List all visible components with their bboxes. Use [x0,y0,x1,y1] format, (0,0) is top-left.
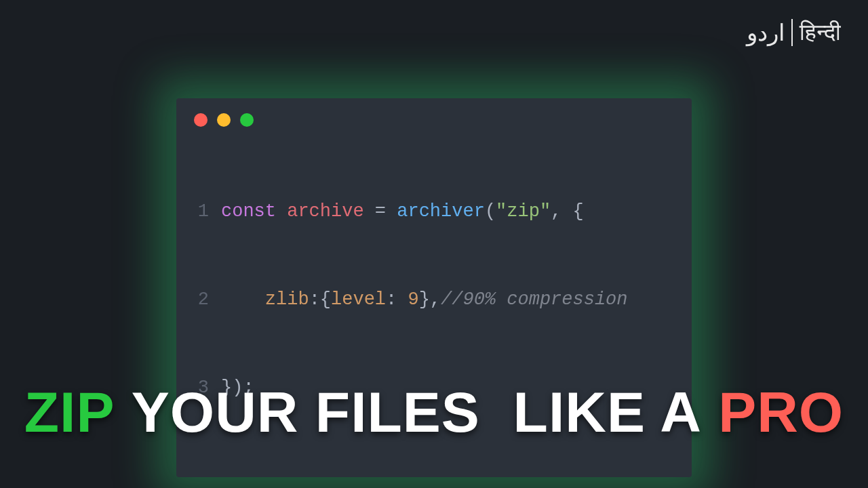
language-badge: اردو हिन्दी [747,19,841,46]
headline-word-likea: LIKE A [513,384,702,441]
token-punctuation: , { [551,201,584,222]
lang-urdu: اردو [747,19,785,46]
headline-word-pro: PRO [718,384,844,441]
token-keyword: const [221,201,276,222]
headline-word-yourfiles: YOUR FILES [132,384,480,441]
token-operator: = [364,201,397,222]
headline-word-zip: ZIP [24,384,115,441]
line-number: 2 [189,285,209,314]
lang-separator [791,19,793,46]
traffic-close-icon [194,113,208,127]
token-property: zlib [265,289,309,310]
traffic-minimize-icon [217,113,231,127]
token-punctuation: : [386,289,408,310]
token-punctuation: :{ [309,289,331,310]
token-punctuation: }, [419,289,441,310]
line-number: 1 [189,197,209,226]
token-string: "zip" [496,201,551,222]
traffic-zoom-icon [240,113,254,127]
token-variable: archive [287,201,363,222]
lang-hindi: हिन्दी [800,19,841,46]
token-number: 9 [408,289,418,310]
token-property: level [331,289,386,310]
code-line: 1const archive = archiver("zip", { [189,197,674,226]
headline: ZIP YOUR FILES LIKE A PRO [0,384,868,441]
token-punctuation: ( [485,201,496,222]
token-function: archiver [397,201,485,222]
token-comment: //90% compression [441,289,627,310]
token-indent [221,289,265,310]
code-line: 2 zlib:{level: 9},//90% compression [189,285,674,314]
window-traffic-lights [176,98,692,136]
